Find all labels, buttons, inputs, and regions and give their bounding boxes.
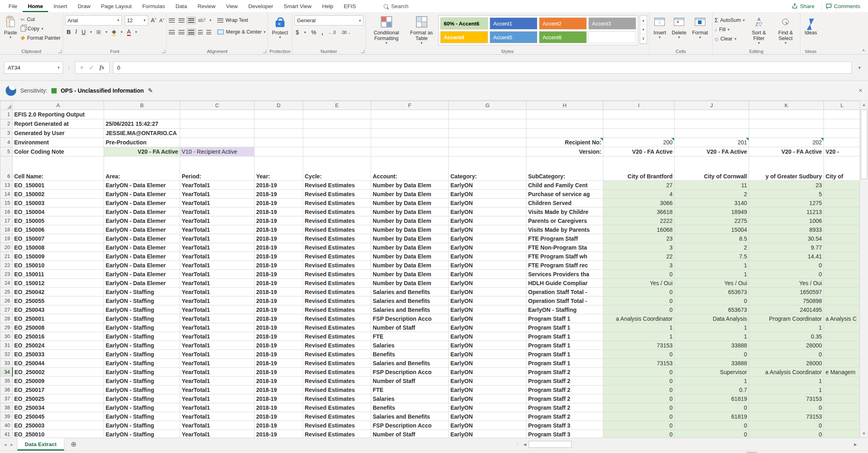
cell-D1[interactable] bbox=[255, 110, 303, 119]
align-right-button[interactable] bbox=[188, 30, 194, 34]
protect-button[interactable]: Protect ▾ bbox=[270, 14, 290, 40]
cell-F16[interactable]: Number by Data Elem bbox=[371, 207, 449, 216]
cell-A23[interactable]: EO_150011 bbox=[13, 270, 104, 279]
col-header-F[interactable]: F bbox=[371, 101, 449, 110]
ribbon-tab-efis[interactable]: EFIS bbox=[339, 0, 361, 12]
cell-J34[interactable]: Supervisor bbox=[675, 368, 749, 377]
cell-D41[interactable]: 2018-19 bbox=[255, 430, 303, 438]
cell-K17[interactable]: 1006 bbox=[749, 216, 824, 225]
cell-C1[interactable] bbox=[180, 110, 255, 119]
cell-D18[interactable]: 2018-19 bbox=[255, 225, 303, 234]
cell-K22[interactable]: 0 bbox=[749, 261, 824, 270]
row-header-28[interactable]: 28 bbox=[0, 314, 13, 323]
cell-C28[interactable]: YearTotal1 bbox=[180, 314, 255, 323]
cell-B18[interactable]: EarlyON - Data Elemer bbox=[104, 225, 180, 234]
clear-button[interactable]: ◇Clear▾ bbox=[715, 35, 745, 43]
cell-J4[interactable]: 201 bbox=[675, 138, 749, 147]
cell-H24[interactable]: HDLH Guide Compliar bbox=[526, 279, 603, 288]
cell-D5[interactable] bbox=[255, 147, 303, 157]
find-select-button[interactable]: Find & Select ▾ bbox=[773, 14, 798, 45]
cell-C24[interactable]: YearTotal1 bbox=[180, 279, 255, 288]
cell-H41[interactable]: Program Staff 3 bbox=[526, 430, 603, 438]
cell-I27[interactable]: 0 bbox=[603, 305, 675, 314]
decrease-decimal-button[interactable]: .00→ bbox=[341, 30, 351, 35]
cell-E13[interactable]: Revised Estimates bbox=[303, 181, 371, 190]
cell-D38[interactable]: 2018-19 bbox=[255, 403, 303, 412]
cell-D40[interactable]: 2018-19 bbox=[255, 421, 303, 430]
cell-H26[interactable]: Operation Staff Total - bbox=[526, 296, 603, 305]
scroll-up-icon[interactable]: ▲ bbox=[860, 101, 868, 109]
cell-E4[interactable] bbox=[303, 138, 371, 147]
cell-D15[interactable]: 2018-19 bbox=[255, 199, 303, 207]
cell-D4[interactable] bbox=[255, 138, 303, 147]
cell-G5[interactable] bbox=[449, 147, 526, 157]
cell-F4[interactable] bbox=[371, 138, 449, 147]
cell-K14[interactable]: 5 bbox=[749, 190, 824, 199]
cell-L28[interactable]: a Analysis C bbox=[824, 314, 860, 323]
cell-B5[interactable]: V20 - FA Active bbox=[104, 147, 180, 157]
cell-I15[interactable]: 3066 bbox=[603, 199, 675, 207]
cell-J40[interactable]: 0 bbox=[675, 421, 749, 430]
cell-F2[interactable] bbox=[371, 119, 449, 129]
cell-J20[interactable]: 2 bbox=[675, 243, 749, 252]
cell-L3[interactable] bbox=[824, 129, 860, 138]
cell-A26[interactable]: EO_250055 bbox=[13, 296, 104, 305]
row-header-14[interactable]: 14 bbox=[0, 190, 13, 199]
align-center-button[interactable] bbox=[178, 30, 185, 34]
collapse-ribbon-button[interactable]: ˄ bbox=[862, 48, 865, 53]
cell-K32[interactable]: 0 bbox=[749, 350, 824, 359]
cell-J33[interactable]: 33888 bbox=[675, 359, 749, 368]
cell-K20[interactable]: 9.77 bbox=[749, 243, 824, 252]
col-header-A[interactable]: A bbox=[13, 101, 104, 110]
cell-K33[interactable]: 28000 bbox=[749, 359, 824, 368]
cell-G27[interactable]: EarlyON bbox=[449, 305, 526, 314]
sort-filter-button[interactable]: AZ▽ Sort & Filter ▾ bbox=[746, 14, 771, 45]
row-header-41[interactable]: 41 bbox=[0, 430, 13, 438]
cell-K26[interactable]: 750898 bbox=[749, 296, 824, 305]
cell-B1[interactable] bbox=[104, 110, 180, 119]
row-header-6[interactable]: 6 bbox=[0, 157, 13, 181]
cell-A25[interactable]: EO_250042 bbox=[13, 288, 104, 296]
cell-C6[interactable]: Period: bbox=[180, 157, 255, 181]
cell-K34[interactable]: a Analysis Coordinator bbox=[749, 368, 824, 377]
scroll-right-icon[interactable]: ▶ bbox=[852, 442, 859, 447]
cell-K40[interactable]: 0 bbox=[749, 421, 824, 430]
cell-H36[interactable]: Program Staff 2 bbox=[526, 385, 603, 394]
horizontal-scroll-thumb[interactable] bbox=[528, 441, 572, 448]
row-header-27[interactable]: 27 bbox=[0, 305, 13, 314]
cell-I26[interactable]: 0 bbox=[603, 296, 675, 305]
cell-B37[interactable]: EarlyON - Staffing bbox=[104, 394, 180, 403]
cell-H3[interactable] bbox=[526, 129, 603, 138]
delete-cells-button[interactable]: × Delete ▾ bbox=[670, 14, 688, 40]
cell-B16[interactable]: EarlyON - Data Elemer bbox=[104, 207, 180, 216]
cell-C17[interactable]: YearTotal1 bbox=[180, 216, 255, 225]
cell-J30[interactable]: 1 bbox=[675, 332, 749, 341]
cell-A34[interactable]: EO_250002 bbox=[13, 368, 104, 377]
cell-I34[interactable]: 0 bbox=[603, 368, 675, 377]
cell-I19[interactable]: 23 bbox=[603, 234, 675, 243]
cell-F36[interactable]: FTE bbox=[371, 385, 449, 394]
select-all-corner[interactable] bbox=[0, 101, 13, 110]
cell-K15[interactable]: 1275 bbox=[749, 199, 824, 207]
cell-H33[interactable]: Program Staff 1 bbox=[526, 359, 603, 368]
row-header-24[interactable]: 24 bbox=[0, 279, 13, 288]
cell-L39[interactable] bbox=[824, 412, 860, 421]
cell-J13[interactable]: 11 bbox=[675, 181, 749, 190]
cell-G24[interactable]: EarlyON bbox=[449, 279, 526, 288]
cell-D17[interactable]: 2018-19 bbox=[255, 216, 303, 225]
align-bottom-button[interactable] bbox=[188, 18, 194, 23]
cell-B34[interactable]: EarlyON - Staffing bbox=[104, 368, 180, 377]
cell-F31[interactable]: Salaries bbox=[371, 341, 449, 350]
style-swatch-accent3[interactable]: Accent3 bbox=[588, 17, 636, 30]
cell-L41[interactable] bbox=[824, 430, 860, 438]
orientation-button[interactable]: ab⤴ bbox=[198, 17, 206, 23]
cell-J29[interactable]: 1 bbox=[675, 323, 749, 332]
cell-E27[interactable]: Revised Estimates bbox=[303, 305, 371, 314]
cell-A14[interactable]: EO_150002 bbox=[13, 190, 104, 199]
row-header-17[interactable]: 17 bbox=[0, 216, 13, 225]
cell-B20[interactable]: EarlyON - Data Elemer bbox=[104, 243, 180, 252]
cell-B17[interactable]: EarlyON - Data Elemer bbox=[104, 216, 180, 225]
cell-A13[interactable]: EO_150001 bbox=[13, 181, 104, 190]
cell-F22[interactable]: Number by Data Elem bbox=[371, 261, 449, 270]
cell-A2[interactable]: Report Generated at bbox=[13, 119, 104, 129]
